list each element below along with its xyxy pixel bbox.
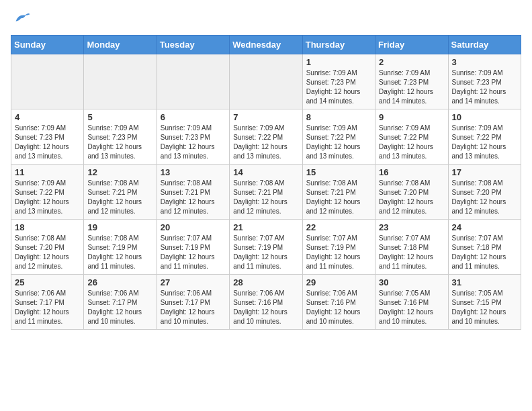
calendar-cell-w2d6: 17Sunrise: 7:08 AM Sunset: 7:20 PM Dayli… [448, 165, 521, 220]
day-number: 16 [379, 167, 444, 177]
calendar-cell-w1d4: 8Sunrise: 7:09 AM Sunset: 7:22 PM Daylig… [302, 109, 375, 165]
day-info: Sunrise: 7:05 AM Sunset: 7:16 PM Dayligh… [379, 289, 444, 326]
day-number: 12 [87, 167, 152, 177]
calendar-cell-w2d4: 15Sunrise: 7:08 AM Sunset: 7:21 PM Dayli… [302, 165, 375, 220]
day-info: Sunrise: 7:07 AM Sunset: 7:18 PM Dayligh… [452, 234, 517, 271]
day-info: Sunrise: 7:08 AM Sunset: 7:20 PM Dayligh… [452, 179, 517, 216]
day-header-wednesday: Wednesday [230, 36, 302, 54]
day-header-sunday: Sunday [11, 36, 84, 54]
calendar-cell-w2d2: 13Sunrise: 7:08 AM Sunset: 7:21 PM Dayli… [157, 165, 229, 220]
day-info: Sunrise: 7:07 AM Sunset: 7:19 PM Dayligh… [161, 234, 226, 271]
day-info: Sunrise: 7:08 AM Sunset: 7:20 PM Dayligh… [379, 179, 444, 216]
calendar-cell-w4d0: 25Sunrise: 7:06 AM Sunset: 7:17 PM Dayli… [11, 275, 84, 330]
day-info: Sunrise: 7:06 AM Sunset: 7:17 PM Dayligh… [161, 289, 226, 326]
day-number: 7 [233, 112, 298, 122]
day-number: 29 [306, 277, 371, 287]
day-info: Sunrise: 7:05 AM Sunset: 7:15 PM Dayligh… [452, 289, 517, 326]
calendar-cell-w1d1: 5Sunrise: 7:09 AM Sunset: 7:23 PM Daylig… [84, 109, 157, 165]
day-number: 19 [87, 222, 152, 232]
day-number: 28 [233, 277, 298, 287]
calendar-cell-w1d2: 6Sunrise: 7:09 AM Sunset: 7:23 PM Daylig… [157, 109, 229, 165]
calendar-cell-w3d2: 20Sunrise: 7:07 AM Sunset: 7:19 PM Dayli… [157, 220, 229, 275]
day-number: 18 [15, 222, 80, 232]
day-number: 24 [452, 222, 517, 232]
day-number: 21 [233, 222, 298, 232]
day-info: Sunrise: 7:06 AM Sunset: 7:16 PM Dayligh… [306, 289, 371, 326]
day-number: 17 [452, 167, 517, 177]
calendar-cell-w3d5: 23Sunrise: 7:07 AM Sunset: 7:18 PM Dayli… [375, 220, 448, 275]
day-number: 27 [161, 277, 226, 287]
calendar-cell-w4d6: 31Sunrise: 7:05 AM Sunset: 7:15 PM Dayli… [448, 275, 521, 330]
day-info: Sunrise: 7:09 AM Sunset: 7:22 PM Dayligh… [452, 124, 517, 161]
day-info: Sunrise: 7:06 AM Sunset: 7:16 PM Dayligh… [233, 289, 298, 326]
day-info: Sunrise: 7:09 AM Sunset: 7:22 PM Dayligh… [306, 124, 371, 161]
day-number: 6 [161, 112, 226, 122]
calendar-cell-w0d0 [11, 54, 84, 109]
day-info: Sunrise: 7:09 AM Sunset: 7:23 PM Dayligh… [87, 124, 152, 161]
day-number: 20 [161, 222, 226, 232]
header [11, 11, 521, 30]
calendar-cell-w2d1: 12Sunrise: 7:08 AM Sunset: 7:21 PM Dayli… [84, 165, 157, 220]
day-header-tuesday: Tuesday [157, 36, 229, 54]
day-info: Sunrise: 7:06 AM Sunset: 7:17 PM Dayligh… [15, 289, 80, 326]
calendar-cell-w0d6: 3Sunrise: 7:09 AM Sunset: 7:23 PM Daylig… [448, 54, 521, 109]
day-info: Sunrise: 7:08 AM Sunset: 7:19 PM Dayligh… [87, 234, 152, 271]
logo-bird-icon [11, 11, 31, 27]
day-info: Sunrise: 7:09 AM Sunset: 7:23 PM Dayligh… [161, 124, 226, 161]
day-header-friday: Friday [375, 36, 448, 54]
day-info: Sunrise: 7:07 AM Sunset: 7:19 PM Dayligh… [233, 234, 298, 271]
day-info: Sunrise: 7:08 AM Sunset: 7:21 PM Dayligh… [161, 179, 226, 216]
calendar-cell-w0d3 [230, 54, 302, 109]
day-number: 30 [379, 277, 444, 287]
day-number: 15 [306, 167, 371, 177]
calendar-cell-w0d2 [157, 54, 229, 109]
day-number: 25 [15, 277, 80, 287]
calendar-cell-w1d6: 10Sunrise: 7:09 AM Sunset: 7:22 PM Dayli… [448, 109, 521, 165]
day-info: Sunrise: 7:07 AM Sunset: 7:19 PM Dayligh… [306, 234, 371, 271]
day-info: Sunrise: 7:08 AM Sunset: 7:21 PM Dayligh… [233, 179, 298, 216]
calendar-cell-w3d3: 21Sunrise: 7:07 AM Sunset: 7:19 PM Dayli… [230, 220, 302, 275]
day-number: 22 [306, 222, 371, 232]
logo [11, 11, 31, 30]
day-number: 4 [15, 112, 80, 122]
day-number: 3 [452, 57, 517, 67]
day-number: 8 [306, 112, 371, 122]
day-info: Sunrise: 7:09 AM Sunset: 7:23 PM Dayligh… [15, 124, 80, 161]
day-number: 14 [233, 167, 298, 177]
day-info: Sunrise: 7:09 AM Sunset: 7:22 PM Dayligh… [233, 124, 298, 161]
calendar-cell-w2d5: 16Sunrise: 7:08 AM Sunset: 7:20 PM Dayli… [375, 165, 448, 220]
calendar-cell-w4d4: 29Sunrise: 7:06 AM Sunset: 7:16 PM Dayli… [302, 275, 375, 330]
calendar-cell-w4d3: 28Sunrise: 7:06 AM Sunset: 7:16 PM Dayli… [230, 275, 302, 330]
day-header-thursday: Thursday [302, 36, 375, 54]
calendar-cell-w4d2: 27Sunrise: 7:06 AM Sunset: 7:17 PM Dayli… [157, 275, 229, 330]
day-info: Sunrise: 7:07 AM Sunset: 7:18 PM Dayligh… [379, 234, 444, 271]
day-number: 23 [379, 222, 444, 232]
day-number: 2 [379, 57, 444, 67]
day-number: 10 [452, 112, 517, 122]
day-info: Sunrise: 7:09 AM Sunset: 7:22 PM Dayligh… [15, 179, 80, 216]
calendar-cell-w3d1: 19Sunrise: 7:08 AM Sunset: 7:19 PM Dayli… [84, 220, 157, 275]
calendar-cell-w4d5: 30Sunrise: 7:05 AM Sunset: 7:16 PM Dayli… [375, 275, 448, 330]
calendar-cell-w3d0: 18Sunrise: 7:08 AM Sunset: 7:20 PM Dayli… [11, 220, 84, 275]
day-header-saturday: Saturday [448, 36, 521, 54]
day-number: 26 [87, 277, 152, 287]
day-info: Sunrise: 7:08 AM Sunset: 7:21 PM Dayligh… [306, 179, 371, 216]
day-number: 13 [161, 167, 226, 177]
day-info: Sunrise: 7:06 AM Sunset: 7:17 PM Dayligh… [87, 289, 152, 326]
day-number: 1 [306, 57, 371, 67]
calendar-cell-w0d5: 2Sunrise: 7:09 AM Sunset: 7:23 PM Daylig… [375, 54, 448, 109]
calendar-cell-w3d4: 22Sunrise: 7:07 AM Sunset: 7:19 PM Dayli… [302, 220, 375, 275]
day-header-monday: Monday [84, 36, 157, 54]
day-info: Sunrise: 7:09 AM Sunset: 7:22 PM Dayligh… [379, 124, 444, 161]
day-number: 11 [15, 167, 80, 177]
day-info: Sunrise: 7:09 AM Sunset: 7:23 PM Dayligh… [379, 68, 444, 106]
calendar-cell-w2d0: 11Sunrise: 7:09 AM Sunset: 7:22 PM Dayli… [11, 165, 84, 220]
calendar-cell-w0d4: 1Sunrise: 7:09 AM Sunset: 7:23 PM Daylig… [302, 54, 375, 109]
calendar-cell-w0d1 [84, 54, 157, 109]
day-info: Sunrise: 7:08 AM Sunset: 7:20 PM Dayligh… [15, 234, 80, 271]
calendar-cell-w1d5: 9Sunrise: 7:09 AM Sunset: 7:22 PM Daylig… [375, 109, 448, 165]
calendar-cell-w4d1: 26Sunrise: 7:06 AM Sunset: 7:17 PM Dayli… [84, 275, 157, 330]
day-info: Sunrise: 7:08 AM Sunset: 7:21 PM Dayligh… [87, 179, 152, 216]
day-info: Sunrise: 7:09 AM Sunset: 7:23 PM Dayligh… [306, 68, 371, 106]
calendar-cell-w3d6: 24Sunrise: 7:07 AM Sunset: 7:18 PM Dayli… [448, 220, 521, 275]
